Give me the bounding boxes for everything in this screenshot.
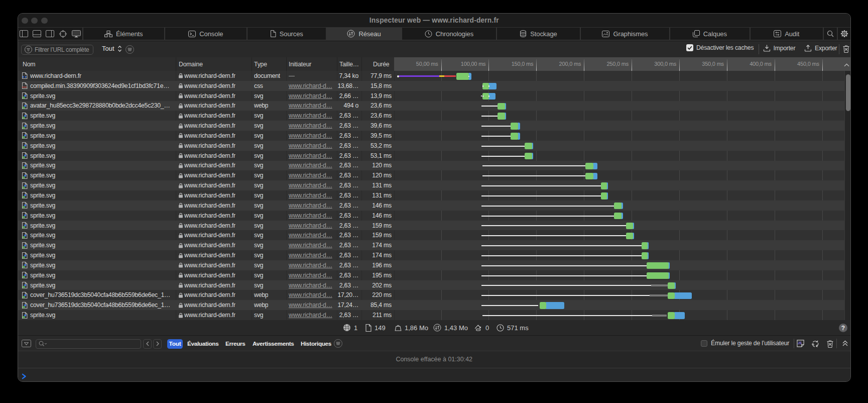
svg-text:JS: JS <box>798 341 802 345</box>
svg-text:css: css <box>22 85 27 88</box>
svg-text:?: ? <box>841 325 845 332</box>
